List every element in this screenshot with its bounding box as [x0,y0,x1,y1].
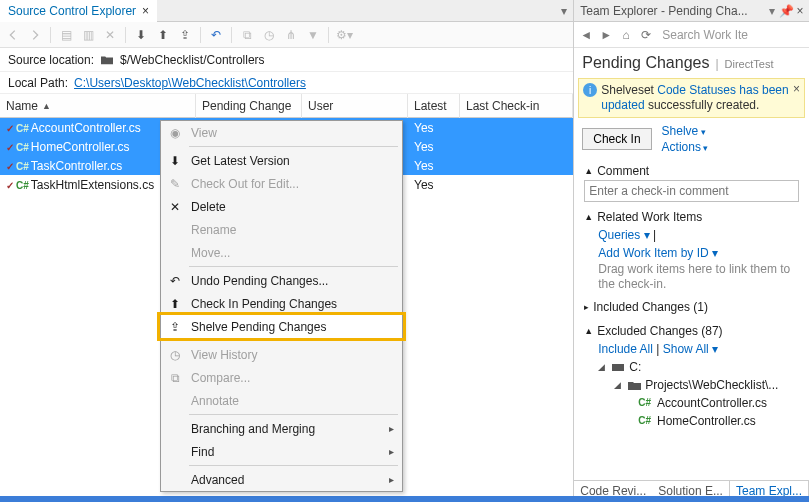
add-work-item-link[interactable]: Add Work Item by ID ▾ [598,246,718,260]
sort-asc-icon: ▲ [42,101,51,111]
tab-title: Source Control Explorer [8,4,136,18]
download-icon: ⬇ [167,153,183,169]
col-last-checkin[interactable]: Last Check-in [460,94,573,118]
excluded-section: ▲Excluded Changes (87) Include All | Sho… [574,320,809,434]
source-location-value[interactable]: $/WebChecklist/Controllers [120,53,265,67]
include-all-link[interactable]: Include All [598,342,653,356]
cs-file-icon: C# [16,161,29,172]
local-path-link[interactable]: C:\Users\Desktop\WebChecklist\Controller… [74,76,306,90]
search-input[interactable]: Search Work Ite [658,28,805,42]
queries-link[interactable]: Queries ▾ [598,228,649,242]
tree-file[interactable]: C#AccountController.cs [598,394,799,412]
ctx-view-history: ◷View History [161,343,402,366]
tab-dropdown-icon[interactable]: ▾ [555,4,573,18]
ctx-advanced[interactable]: Advanced [161,468,402,491]
delete-icon: ✕ [167,199,183,215]
compare-icon: ⧉ [167,370,183,386]
refresh-icon[interactable]: ⟳ [638,27,654,43]
ctx-get-latest-version[interactable]: ⬇Get Latest Version [161,149,402,172]
cs-file-icon: C# [16,123,29,134]
history-icon: ◷ [167,347,183,363]
close-icon[interactable]: × [142,4,149,18]
close-icon[interactable]: × [793,82,800,97]
col-latest[interactable]: Latest [408,94,460,118]
undo-icon[interactable]: ↶ [207,26,225,44]
checkout-icon: ✎ [167,176,183,192]
right-titlebar: Team Explorer - Pending Cha... ▾ 📌 × [574,0,809,22]
tree-row[interactable]: ◢Projects\WebChecklist\... [598,376,799,394]
close-icon[interactable]: × [793,4,807,18]
actions-link[interactable]: Actions [662,140,709,154]
shelve-link[interactable]: Shelve [662,124,709,138]
ctx-delete[interactable]: ✕Delete [161,195,402,218]
compare-icon: ⧉ [238,26,256,44]
caret-right-icon[interactable]: ▸ [584,302,589,312]
col-name[interactable]: Name▲ [0,94,196,118]
comment-section: ▲Comment [574,160,809,206]
local-path-row: Local Path: C:\Users\Desktop\WebChecklis… [0,72,573,94]
notice-banner: i Shelveset Code Statuses has been updat… [578,78,805,118]
check-icon: ✓ [6,123,14,134]
forward-icon [26,26,44,44]
action-row: Check In Shelve Actions [574,118,809,160]
tab-source-control-explorer[interactable]: Source Control Explorer × [0,0,157,22]
ctx-view: ◉View [161,121,402,144]
drive-icon [611,361,625,373]
related-section: ▲Related Work Items Queries ▾ | Add Work… [574,206,809,296]
comment-input[interactable] [584,180,799,202]
grid-body: ✓C#AccountController.cseditTFS\DirectTes… [0,118,573,502]
filter-icon: ▼ [304,26,322,44]
get-latest-icon[interactable]: ⬇ [132,26,150,44]
source-location-label: Source location: [8,53,94,67]
show-all-link[interactable]: Show All ▾ [663,342,718,356]
sce-toolbar: ▤ ▥ ✕ ⬇ ⬆ ⇪ ↶ ⧉ ◷ ⋔ ▼ ⚙▾ [0,22,573,48]
info-icon: i [583,83,597,97]
pin-icon[interactable]: 📌 [779,4,793,18]
panel-subtitle: DirectTest [725,58,774,70]
merge-icon: ⋔ [282,26,300,44]
cs-file-icon: C# [16,142,29,153]
history-icon: ◷ [260,26,278,44]
te-title: Team Explorer - Pending Cha... [576,4,765,18]
eye-icon: ◉ [167,125,183,141]
ctx-shelve-pending-changes[interactable]: ⇪Shelve Pending Changes [161,315,402,338]
checkin-button[interactable]: Check In [582,128,651,150]
nav-back-icon[interactable]: ◄ [578,27,594,43]
col-pending[interactable]: Pending Change [196,94,302,118]
left-titlebar: Source Control Explorer × ▾ [0,0,573,22]
included-section: ▸Included Changes (1) [574,296,809,320]
te-toolbar: ◄ ► ⌂ ⟳ Search Work Ite [574,22,809,48]
check-icon: ✓ [6,142,14,153]
caret-down-icon[interactable]: ▲ [584,326,593,336]
excluded-tree: ◢C: ◢Projects\WebChecklist\... C#Account… [584,358,799,430]
check-icon: ✓ [6,161,14,172]
drag-hint: Drag work items here to link them to the… [584,262,799,292]
caret-down-icon[interactable]: ▲ [584,212,593,222]
ctx-check-out-for-edit-: ✎Check Out for Edit... [161,172,402,195]
ctx-branching-and-merging[interactable]: Branching and Merging [161,417,402,440]
ctx-undo-pending-changes-[interactable]: ↶Undo Pending Changes... [161,269,402,292]
col-user[interactable]: User [302,94,408,118]
nav-fwd-icon[interactable]: ► [598,27,614,43]
window-dropdown-icon[interactable]: ▾ [765,4,779,18]
folder-icon [627,379,641,391]
shelve-icon[interactable]: ⇪ [176,26,194,44]
ctx-annotate: Annotate [161,389,402,412]
checkin-icon[interactable]: ⬆ [154,26,172,44]
undo-icon: ↶ [167,273,183,289]
tree-row[interactable]: ◢C: [598,358,799,376]
caret-down-icon[interactable]: ▲ [584,166,593,176]
home-icon[interactable]: ⌂ [618,27,634,43]
tree-file[interactable]: C#HomeController.cs [598,412,799,430]
panel-title: Pending Changes [582,54,709,72]
ctx-check-in-pending-changes[interactable]: ⬆Check In Pending Changes [161,292,402,315]
check-icon: ✓ [6,180,14,191]
source-control-explorer: Source Control Explorer × ▾ ▤ ▥ ✕ ⬇ ⬆ ⇪ … [0,0,574,502]
cs-file-icon: C# [16,180,29,191]
grid-header: Name▲ Pending Change User Latest Last Ch… [0,94,573,118]
shelve-icon: ⇪ [167,319,183,335]
ctx-rename: Rename [161,218,402,241]
checkin-icon: ⬆ [167,296,183,312]
panel-title-row: Pending Changes | DirectTest [574,48,809,78]
ctx-find[interactable]: Find [161,440,402,463]
